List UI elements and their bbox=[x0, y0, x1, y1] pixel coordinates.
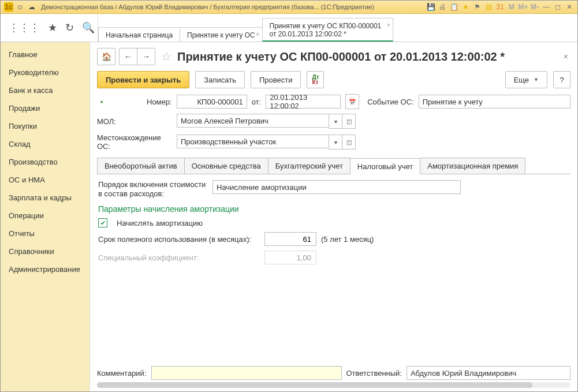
detail-tabs: Внеоборотный актив Основные средства Бух… bbox=[97, 158, 570, 174]
tab-os-accept[interactable]: Принятие к учету ОС × bbox=[180, 27, 262, 42]
home-button[interactable]: 🏠 bbox=[97, 48, 115, 65]
mem-mplus[interactable]: M+ bbox=[519, 2, 528, 12]
more-button[interactable]: Еще bbox=[505, 71, 547, 88]
sidebar-item-production[interactable]: Производство bbox=[1, 153, 90, 171]
save-tb-icon[interactable]: 💾 bbox=[426, 2, 435, 12]
fav-tb-icon[interactable]: ★ bbox=[461, 2, 470, 12]
nav-buttons: ← → bbox=[119, 48, 155, 65]
favorite-star-icon[interactable]: ★ bbox=[48, 21, 57, 34]
tab-accounting[interactable]: Бухгалтерский учет bbox=[268, 158, 350, 174]
calc-icon[interactable]: ▤ bbox=[484, 2, 493, 12]
sidebar-item-stock[interactable]: Склад bbox=[1, 135, 90, 153]
cost-order-field[interactable]: Начисление амортизации bbox=[212, 180, 461, 194]
coeff-label: Специальный коэффициент: bbox=[98, 253, 260, 262]
copy-tb-icon[interactable]: 📋 bbox=[449, 2, 458, 12]
sidebar-item-catalogs[interactable]: Справочники bbox=[1, 242, 90, 260]
print-tb-icon[interactable]: 🖨 bbox=[438, 2, 447, 12]
sidebar-item-os-nma[interactable]: ОС и НМА bbox=[1, 171, 90, 189]
comment-label: Комментарий: bbox=[97, 369, 147, 378]
sidebar-item-bank[interactable]: Банк и касса bbox=[1, 81, 90, 99]
posted-status-icon: ▪ bbox=[97, 97, 106, 106]
open-ref-icon[interactable]: ◫ bbox=[342, 114, 356, 129]
sidebar-item-operations[interactable]: Операции bbox=[1, 207, 90, 225]
window-title: Демонстрационная база / Абдулов Юрий Вла… bbox=[41, 3, 422, 10]
tab-os-accept-doc[interactable]: Принятие к учету ОС КП00-000001 от 20.01… bbox=[262, 18, 394, 42]
close-tab-icon[interactable]: × bbox=[387, 21, 390, 29]
alert-tb-icon[interactable]: ⚑ bbox=[472, 2, 482, 12]
minimize-icon[interactable]: — bbox=[542, 2, 551, 12]
tab-tax-accounting[interactable]: Налоговый учет bbox=[350, 158, 420, 174]
sidebar-item-main[interactable]: Главное bbox=[1, 46, 90, 64]
sidebar-item-manager[interactable]: Руководителю bbox=[1, 64, 90, 81]
number-label: Номер: bbox=[147, 98, 172, 106]
cloud-icon[interactable]: ☁ bbox=[27, 2, 36, 12]
command-bar: Провести и закрыть Записать Провести ДтК… bbox=[97, 71, 570, 88]
titlebar: 1c ☺ ☁ Демонстрационная база / Абдулов Ю… bbox=[1, 1, 577, 14]
save-button[interactable]: Записать bbox=[195, 71, 245, 88]
sidebar-item-reports[interactable]: Отчеты bbox=[1, 225, 90, 242]
useful-life-hint: (5 лет 1 месяц) bbox=[321, 235, 374, 244]
event-label: Событие ОС: bbox=[367, 98, 414, 106]
top-tabs-bar: ⋮⋮⋮ ★ ↻ 🔍 Начальная страница Принятие к … bbox=[1, 14, 577, 42]
dropdown-icon[interactable]: ▾ bbox=[329, 135, 342, 150]
useful-life-label: Срок полезного использования (в месяцах)… bbox=[98, 235, 260, 244]
dropdown-icon[interactable]: ▾ bbox=[329, 114, 342, 129]
help-button[interactable]: ? bbox=[553, 71, 570, 88]
mem-m[interactable]: M bbox=[507, 2, 516, 12]
comment-field[interactable] bbox=[151, 366, 342, 380]
sidebar-item-purchases[interactable]: Покупки bbox=[1, 117, 90, 135]
date-picker-icon[interactable]: 📅 bbox=[345, 94, 359, 109]
tab-noncurrent-asset[interactable]: Внеоборотный актив bbox=[97, 158, 185, 174]
sidebar-item-sales[interactable]: Продажи bbox=[1, 99, 90, 117]
close-window-icon[interactable]: ✕ bbox=[565, 2, 574, 12]
useful-life-field[interactable] bbox=[264, 232, 316, 246]
scroll-thumb[interactable] bbox=[97, 382, 532, 388]
tab-bonus-depreciation[interactable]: Амортизационная премия bbox=[420, 158, 525, 174]
mol-label: МОЛ: bbox=[97, 117, 172, 126]
charge-amort-label: Начислять амортизацию bbox=[117, 219, 203, 227]
dtkt-button[interactable]: ДтКт bbox=[307, 71, 324, 88]
location-field[interactable]: Производственный участок ▾ ◫ bbox=[177, 135, 356, 150]
content-area: 🏠 ← → ☆ Принятие к учету ОС КП00-000001 … bbox=[90, 42, 577, 391]
app-window: 1c ☺ ☁ Демонстрационная база / Абдулов Ю… bbox=[0, 0, 578, 392]
cost-order-label: Порядок включения стоимости в состав рас… bbox=[98, 180, 208, 199]
app-logo-icon: 1c bbox=[4, 2, 13, 12]
tab-body: Порядок включения стоимости в состав рас… bbox=[97, 174, 570, 363]
post-and-close-button[interactable]: Провести и закрыть bbox=[97, 71, 189, 88]
back-button[interactable]: ← bbox=[119, 48, 137, 65]
forward-button[interactable]: → bbox=[137, 48, 155, 65]
apps-grid-icon[interactable]: ⋮⋮⋮ bbox=[9, 21, 40, 34]
location-label: Местонахождение ОС: bbox=[97, 133, 172, 151]
sidebar-item-payroll[interactable]: Зарплата и кадры bbox=[1, 189, 90, 207]
date-field[interactable]: 20.01.2013 12:00:02 bbox=[266, 95, 341, 109]
document-tabs: Начальная страница Принятие к учету ОС ×… bbox=[98, 14, 577, 42]
coeff-field bbox=[264, 251, 316, 264]
calendar-icon[interactable]: 31 bbox=[495, 2, 505, 12]
search-icon[interactable]: 🔍 bbox=[82, 21, 95, 34]
footer-bar: Комментарий: Ответственный: Абдулов Юрий… bbox=[97, 363, 570, 380]
charge-amort-checkbox[interactable]: ✔ bbox=[98, 218, 107, 227]
mol-field[interactable]: Могов Алексей Петрович ▾ ◫ bbox=[177, 114, 356, 129]
top-toolbar: ⋮⋮⋮ ★ ↻ 🔍 bbox=[1, 14, 98, 42]
responsible-field[interactable]: Абдулов Юрий Владимирович bbox=[407, 366, 570, 380]
page-title: Принятие к учету ОС КП00-000001 от 20.01… bbox=[177, 50, 558, 64]
history-icon[interactable]: ↻ bbox=[65, 21, 74, 34]
mem-mminus[interactable]: M- bbox=[530, 2, 539, 12]
close-tab-icon[interactable]: × bbox=[256, 30, 259, 38]
amort-section-title: Параметры начисления амортизации bbox=[98, 204, 569, 214]
smile-icon[interactable]: ☺ bbox=[16, 2, 25, 12]
horizontal-scrollbar[interactable] bbox=[97, 382, 570, 388]
favorite-toggle-icon[interactable]: ☆ bbox=[161, 50, 171, 64]
responsible-label: Ответственный: bbox=[346, 369, 402, 378]
maximize-icon[interactable]: ◻ bbox=[553, 2, 562, 12]
event-field[interactable]: Принятие к учету bbox=[419, 95, 570, 109]
sidebar: Главное Руководителю Банк и касса Продаж… bbox=[1, 42, 90, 391]
open-ref-icon[interactable]: ◫ bbox=[342, 135, 356, 150]
number-field[interactable]: КП00-000001 bbox=[177, 95, 247, 109]
tab-start-page[interactable]: Начальная страница bbox=[98, 27, 180, 42]
sidebar-item-admin[interactable]: Администрирование bbox=[1, 260, 90, 278]
tab-fixed-assets[interactable]: Основные средства bbox=[184, 158, 269, 174]
close-page-icon[interactable]: × bbox=[561, 50, 570, 64]
from-label: от: bbox=[252, 98, 262, 106]
post-button[interactable]: Провести bbox=[251, 71, 301, 88]
